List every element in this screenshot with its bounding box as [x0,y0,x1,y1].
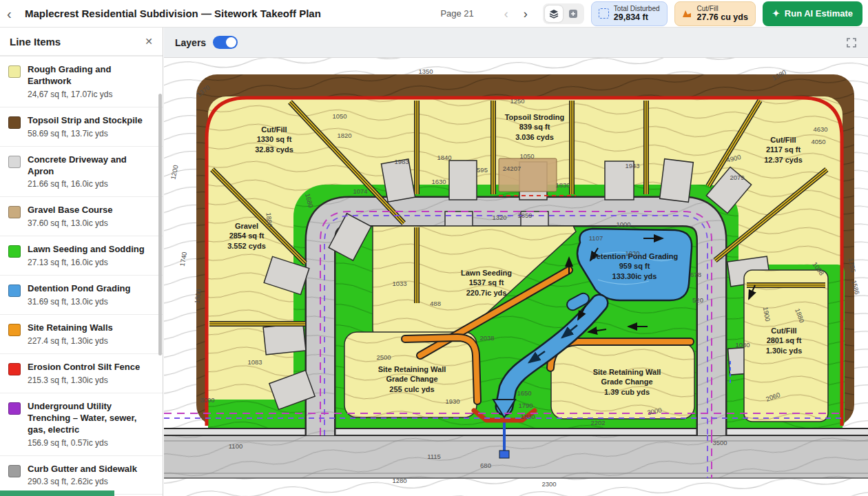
run-ai-estimate-label: Run AI Estimate [785,8,853,19]
line-item-label: Lawn Seeding and Sodding [28,244,145,256]
line-item[interactable]: Curb Gutter and Sidewalk290.3 sq ft, 2.6… [0,456,163,495]
color-swatch [8,465,21,477]
line-item[interactable]: Underground Utility Trenching – Water, s… [0,393,163,456]
line-items-list: Rough Grading and Earthwork24,67 sq ft, … [0,56,163,495]
close-icon[interactable]: ✕ [145,36,153,47]
cutfill-icon [682,9,692,19]
line-item[interactable]: Gravel Base Course37.60 sq ft, 13.0ic yd… [0,197,163,236]
layers-toggle-label: Layers [175,37,206,48]
line-item-label: Site Retaining Walls [28,322,113,334]
color-swatch [8,363,21,375]
line-item-detail: 215.3 sq ft, 1.30ic yds [28,375,140,385]
line-item-label: Rough Grading and Earthwork [28,64,152,87]
retaining-lot-right [551,343,694,419]
line-item-detail: 156.9 sq ft, 0.57ic yds [28,438,152,448]
app-header: ‹ Maplecrest Residential Subdivision — S… [0,0,868,28]
line-item-detail: 37.60 sq ft, 13.0ic yds [28,218,113,228]
line-item-label: Curb Gutter and Sidewalk [28,464,137,475]
total-disturbed-label: Total Disturbed [614,5,660,13]
line-item-label: Topsoil Strip and Stockpile [28,115,143,127]
color-swatch [8,65,21,78]
cutfill-label: Cut/Fill [697,5,748,13]
dashed-area-icon [599,8,609,19]
line-item-label: Underground Utility Trenching – Water, s… [28,401,152,436]
line-item-detail: 58.69 sq ft, 13.7ic yds [28,129,143,138]
view-mode-segmented-control [543,3,584,24]
bottom-road [164,428,868,478]
total-disturbed-value: 29,834 ft [614,12,660,22]
color-swatch [8,324,21,336]
line-item-label: Concrete Driveway and Apron [28,154,152,178]
sparkle-icon: ✦ [772,8,780,19]
color-swatch [8,285,21,297]
site-plan-drawing [164,58,868,496]
line-item[interactable]: Erosion Control Silt Fence215.3 sq ft, 1… [0,354,163,393]
next-page-button[interactable]: › [519,8,532,20]
line-item[interactable]: Topsoil Strip and Stockpile58.69 sq ft, … [0,107,163,147]
color-swatch [8,206,21,218]
header-actions: Page 21 ‹ › Total Disturbed 29,834 ft Cu… [440,1,862,26]
cutfill-badge[interactable]: Cut/Fill 27.76 cu yds [674,1,756,26]
sidebar-scrollbar[interactable] [158,94,162,355]
page-indicator: Page 21 [440,8,473,19]
total-disturbed-badge[interactable]: Total Disturbed 29,834 ft [591,1,668,26]
line-item[interactable]: Lawn Seeding and Sodding27.13 sq ft, 16.… [0,236,163,276]
line-item-detail: 227.4 sq ft, 1.30ic yds [28,336,113,346]
line-item[interactable]: Detention Pond Grading31.69 sq ft, 13.0i… [0,276,163,315]
color-swatch [8,245,21,258]
line-item-detail: 24,67 sq ft, 17.07ic yds [28,90,152,99]
line-item-label: Detention Pond Grading [28,283,131,295]
topsoil-stockpile [499,158,557,192]
fullscreen-icon[interactable] [846,37,857,48]
line-item-detail: 21.66 sq ft, 16.0ic yds [28,179,152,189]
line-item-label: Erosion Control Silt Fence [28,362,140,373]
line-item-detail: 290.3 sq ft, 2.62ic yds [28,477,137,486]
line-items-title: Line Items [10,36,61,48]
add-panel-icon[interactable] [564,6,582,22]
line-item[interactable]: Site Retaining Walls227.4 sq ft, 1.30ic … [0,315,163,354]
line-items-header: Line Items ✕ [0,28,163,56]
line-item[interactable]: Rough Grading and Earthwork24,67 sq ft, … [0,56,163,107]
layers-toggle[interactable] [213,36,238,49]
line-item-detail: 31.69 sq ft, 13.0ic yds [28,297,131,307]
site-plan-canvas[interactable]: Cut/Fill1330 sq ft32.83 cydsTopsoil Stro… [164,58,868,496]
color-swatch [8,402,21,415]
retaining-lot-left [344,332,477,417]
line-item-detail: 27.13 sq ft, 16.0ic yds [28,258,145,267]
color-swatch [8,116,21,129]
east-cutfill-lot [744,270,828,422]
prev-page-button[interactable]: ‹ [500,8,513,20]
line-items-panel: Line Items ✕ Rough Grading and Earthwork… [0,28,163,496]
run-ai-estimate-button[interactable]: ✦ Run AI Estimate [763,1,862,26]
detention-pond [565,229,692,312]
line-item-label: Gravel Base Course [28,205,113,216]
cutfill-value: 27.76 cu yds [697,12,748,22]
color-swatch [8,156,21,168]
page-title: Maplecrest Residential Subdivision — Sit… [25,8,321,19]
plan-toolbar: Layers [164,28,868,58]
back-icon[interactable]: ‹ [7,7,21,21]
line-item[interactable]: Concrete Driveway and Apron21.66 sq ft, … [0,147,163,198]
layers-icon[interactable] [545,6,563,22]
partial-line-item [0,490,114,496]
